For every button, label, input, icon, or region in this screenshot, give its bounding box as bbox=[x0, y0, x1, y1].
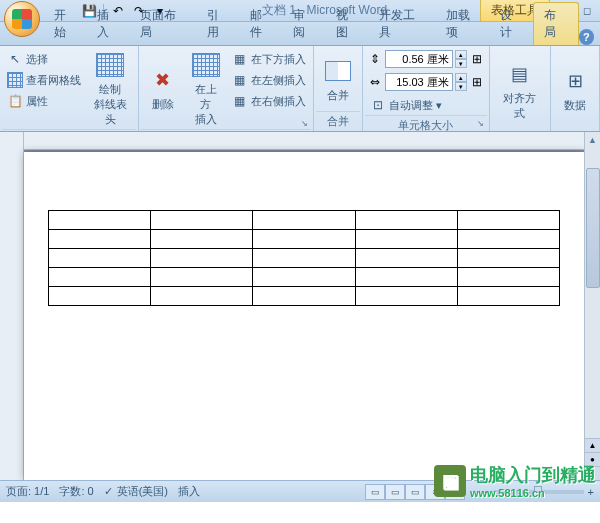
width-spinner[interactable]: ▲▼ bbox=[455, 73, 467, 91]
document-area: ▲ ▼ ▲ ● ▼ bbox=[0, 132, 600, 480]
group-merge: 合并 合并 bbox=[314, 46, 363, 131]
data-label: 数据 bbox=[564, 98, 586, 113]
row-height-input[interactable] bbox=[385, 50, 453, 68]
table-row bbox=[49, 211, 560, 230]
insert-left-button[interactable]: ▦在左侧插入 bbox=[229, 70, 309, 90]
align-icon: ▤ bbox=[506, 60, 534, 88]
merge-label: 合并 bbox=[327, 88, 349, 103]
watermark-url: www.58116.cn bbox=[470, 487, 596, 499]
group-align: ▤ 对齐方式 bbox=[490, 46, 551, 131]
insert-below-label: 在下方插入 bbox=[251, 52, 306, 67]
insert-below-button[interactable]: ▦在下方插入 bbox=[229, 49, 309, 69]
scroll-thumb[interactable] bbox=[586, 168, 600, 288]
insert-right-label: 在右侧插入 bbox=[251, 94, 306, 109]
col-right-icon: ▦ bbox=[232, 93, 248, 109]
autofit-icon: ⊡ bbox=[370, 97, 386, 113]
tab-mailings[interactable]: 邮件 bbox=[240, 3, 283, 45]
insert-above-button[interactable]: 在上方 插入 bbox=[186, 49, 226, 129]
merge-button[interactable]: 合并 bbox=[318, 49, 358, 111]
tab-developer[interactable]: 开发工具 bbox=[369, 3, 435, 45]
tab-insert[interactable]: 插入 bbox=[87, 3, 130, 45]
office-logo-icon bbox=[12, 9, 32, 29]
delete-label: 删除 bbox=[152, 97, 174, 112]
vertical-scrollbar[interactable]: ▲ ▼ ▲ ● ▼ bbox=[584, 132, 600, 480]
merge-icon bbox=[324, 57, 352, 85]
language-indicator[interactable]: ✓英语(美国) bbox=[104, 484, 168, 499]
table-row bbox=[49, 287, 560, 306]
tab-home[interactable]: 开始 bbox=[44, 3, 87, 45]
align-button[interactable]: ▤ 对齐方式 bbox=[494, 49, 546, 131]
insert-above-icon bbox=[192, 51, 220, 79]
watermark-text: 电脑入门到精通 bbox=[470, 463, 596, 487]
properties-icon: 📋 bbox=[7, 93, 23, 109]
table-row bbox=[49, 249, 560, 268]
table-row bbox=[49, 268, 560, 287]
col-width-input[interactable] bbox=[385, 73, 453, 91]
group-data: ⊞ 数据 bbox=[551, 46, 600, 131]
group-rowscols-expand-icon[interactable]: ↘ bbox=[299, 117, 311, 129]
tab-references[interactable]: 引用 bbox=[197, 3, 240, 45]
distribute-rows-icon[interactable]: ⊞ bbox=[469, 51, 485, 67]
restore-button[interactable]: ◻ bbox=[578, 4, 596, 18]
autofit-button[interactable]: ⊡自动调整 ▾ bbox=[367, 95, 485, 115]
tab-design[interactable]: 设计 bbox=[490, 3, 533, 45]
insert-left-label: 在左侧插入 bbox=[251, 73, 306, 88]
prev-page-icon[interactable]: ▲ bbox=[585, 438, 600, 452]
autofit-label: 自动调整 bbox=[389, 98, 433, 113]
help-icon[interactable]: ? bbox=[579, 29, 594, 45]
group-cell-size: ⇕ ▲▼ ⊞ ⇔ ▲▼ ⊞ ⊡自动调整 ▾ 单元格大小 ↘ bbox=[363, 46, 490, 131]
scroll-up-icon[interactable]: ▲ bbox=[585, 132, 600, 148]
table-icon bbox=[96, 51, 124, 79]
group-merge-label: 合并 bbox=[316, 111, 360, 131]
table-row bbox=[49, 230, 560, 249]
tab-review[interactable]: 审阅 bbox=[283, 3, 326, 45]
select-button[interactable]: ↖选择 bbox=[4, 49, 84, 69]
pointer-icon: ↖ bbox=[7, 51, 23, 67]
height-spinner[interactable]: ▲▼ bbox=[455, 50, 467, 68]
grid-icon bbox=[7, 72, 23, 88]
insert-above-label: 在上方 插入 bbox=[192, 82, 220, 127]
page-indicator[interactable]: 页面: 1/1 bbox=[6, 484, 49, 499]
print-layout-view-icon[interactable]: ▭ bbox=[365, 484, 385, 500]
tab-view[interactable]: 视图 bbox=[326, 3, 369, 45]
group-table: ↖选择 查看网格线 📋属性 绘制 斜线表头 表 bbox=[0, 46, 139, 131]
row-below-icon: ▦ bbox=[232, 51, 248, 67]
ribbon-tabs: 开始 插入 页面布局 引用 邮件 审阅 视图 开发工具 加载项 设计 布局 ? bbox=[0, 22, 600, 46]
group-cellsize-expand-icon[interactable]: ↘ bbox=[475, 117, 487, 129]
tab-layout[interactable]: 布局 bbox=[533, 2, 578, 45]
watermark-icon: ▣ bbox=[434, 465, 466, 497]
web-layout-view-icon[interactable]: ▭ bbox=[405, 484, 425, 500]
tab-addins[interactable]: 加载项 bbox=[436, 3, 491, 45]
group-rows-cols: ✖ 删除 在上方 插入 ▦在下方插入 ▦在左侧插入 ▦在右侧插入 行和列 ↘ bbox=[139, 46, 314, 131]
draw-diagonal-header-button[interactable]: 绘制 斜线表头 bbox=[87, 49, 134, 129]
view-gridlines-button[interactable]: 查看网格线 bbox=[4, 70, 84, 90]
delete-icon: ✖ bbox=[149, 66, 177, 94]
data-icon: ⊞ bbox=[561, 67, 589, 95]
vertical-ruler[interactable] bbox=[0, 132, 24, 480]
tab-pagelayout[interactable]: 页面布局 bbox=[130, 3, 196, 45]
delete-button[interactable]: ✖ 删除 bbox=[143, 49, 183, 129]
align-label: 对齐方式 bbox=[500, 91, 540, 121]
gridlines-label: 查看网格线 bbox=[26, 73, 81, 88]
horizontal-ruler[interactable] bbox=[24, 132, 584, 150]
dropdown-icon: ▾ bbox=[436, 99, 442, 112]
col-left-icon: ▦ bbox=[232, 72, 248, 88]
row-height-icon: ⇕ bbox=[367, 51, 383, 67]
properties-button[interactable]: 📋属性 bbox=[4, 91, 84, 111]
watermark: ▣ 电脑入门到精通 www.58116.cn bbox=[434, 463, 596, 499]
select-label: 选择 bbox=[26, 52, 48, 67]
properties-label: 属性 bbox=[26, 94, 48, 109]
office-button[interactable] bbox=[4, 1, 40, 37]
spellcheck-icon: ✓ bbox=[104, 485, 113, 498]
word-table[interactable] bbox=[48, 210, 560, 306]
col-width-icon: ⇔ bbox=[367, 74, 383, 90]
page[interactable] bbox=[24, 152, 584, 480]
fullscreen-reading-view-icon[interactable]: ▭ bbox=[385, 484, 405, 500]
distribute-cols-icon[interactable]: ⊞ bbox=[469, 74, 485, 90]
insert-right-button[interactable]: ▦在右侧插入 bbox=[229, 91, 309, 111]
insert-mode[interactable]: 插入 bbox=[178, 484, 200, 499]
draw-diag-label: 绘制 斜线表头 bbox=[93, 82, 128, 127]
data-button[interactable]: ⊞ 数据 bbox=[555, 49, 595, 131]
word-count[interactable]: 字数: 0 bbox=[59, 484, 93, 499]
ribbon: ↖选择 查看网格线 📋属性 绘制 斜线表头 表 ✖ 删除 在上方 插入 ▦在下方… bbox=[0, 46, 600, 132]
